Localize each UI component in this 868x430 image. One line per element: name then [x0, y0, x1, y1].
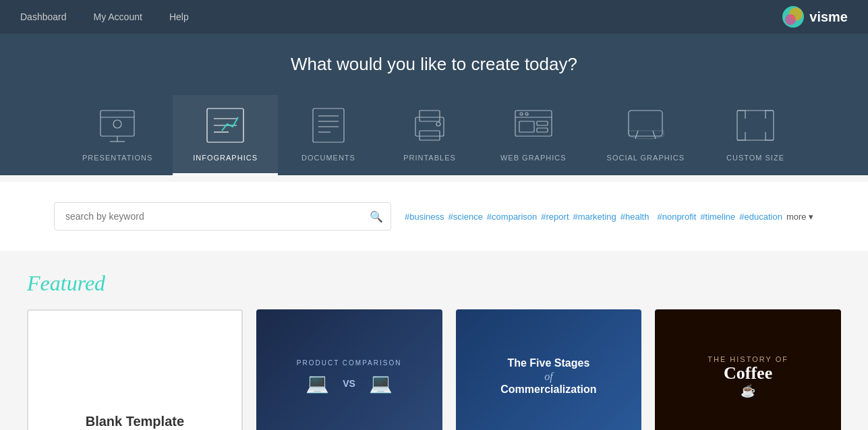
- infographics-icon: [202, 105, 249, 146]
- coffee-card[interactable]: THE HISTORY OF Coffee ☕: [655, 309, 841, 430]
- logo-area: visme: [781, 5, 848, 29]
- social-graphics-label: SOCIAL GRAPHICS: [607, 154, 685, 162]
- coffee-word: Coffee: [707, 363, 788, 383]
- printables-label: PRINTABLES: [403, 154, 456, 162]
- documents-icon: [305, 105, 352, 146]
- tag-marketing[interactable]: #marketing: [573, 212, 616, 222]
- cat-infographics[interactable]: INFOGRAPHICS: [173, 95, 278, 175]
- laptop-icon-left: 💻: [306, 372, 329, 394]
- infographics-label: INFOGRAPHICS: [193, 154, 258, 162]
- category-tabs: PRESENTATIONS INFOGRAPHICS DOCUMENTS: [0, 95, 868, 175]
- five-stages-subtitle: of: [500, 371, 596, 383]
- documents-label: DOCUMENTS: [301, 154, 355, 162]
- more-tags-button[interactable]: more ▾: [786, 212, 813, 222]
- five-stages-title2: Commercialization: [500, 383, 596, 397]
- search-box: 🔍: [54, 202, 391, 231]
- vs-text: VS: [343, 378, 355, 389]
- chevron-down-icon: ▾: [809, 212, 813, 222]
- nav-my-account[interactable]: My Account: [94, 11, 142, 22]
- cat-custom-size[interactable]: CUSTOM SIZE: [705, 95, 806, 175]
- tag-health[interactable]: #health: [620, 212, 649, 222]
- blank-template-label: Blank Template: [86, 414, 184, 429]
- web-graphics-label: WEB GRAPHICS: [500, 154, 567, 162]
- product-card-content: PRODUCT COMPARISON 💻 VS 💻: [256, 309, 442, 430]
- five-stages-content: The Five Stages of Commercialization: [490, 346, 606, 407]
- nav-links: Dashboard My Account Help: [20, 11, 189, 22]
- nav-help[interactable]: Help: [169, 11, 189, 22]
- tag-science[interactable]: #science: [449, 212, 483, 222]
- custom-size-label: CUSTOM SIZE: [726, 154, 784, 162]
- svg-rect-18: [419, 111, 440, 121]
- tags-area: #business #science #comparison #report #…: [405, 210, 814, 222]
- cat-documents[interactable]: DOCUMENTS: [278, 95, 379, 175]
- hero-section: What would you like to create today? PRE…: [0, 34, 868, 175]
- featured-section: Featured Blank Template PRODUCT COMPARIS…: [0, 257, 868, 430]
- search-input[interactable]: [54, 202, 391, 231]
- search-button[interactable]: 🔍: [370, 210, 383, 223]
- hero-title: What would you like to create today?: [0, 54, 868, 75]
- custom-size-icon: [732, 105, 779, 146]
- svg-rect-27: [537, 128, 548, 132]
- tag-report[interactable]: #report: [541, 212, 569, 222]
- nav-dashboard[interactable]: Dashboard: [20, 11, 67, 22]
- cat-web-graphics[interactable]: WEB GRAPHICS: [480, 95, 587, 175]
- featured-title: Featured: [27, 271, 841, 296]
- svg-point-23: [520, 113, 523, 115]
- product-label: PRODUCT COMPARISON: [297, 359, 402, 367]
- header: Dashboard My Account Help visme: [0, 0, 868, 34]
- svg-point-7: [113, 120, 121, 128]
- web-graphics-icon: [510, 105, 557, 146]
- laptop-icon-right: 💻: [369, 372, 393, 394]
- coffee-history-label: THE HISTORY OF: [707, 355, 788, 363]
- presentations-icon: [94, 105, 141, 146]
- tag-education[interactable]: #education: [739, 212, 782, 222]
- laptop-icons: 💻 VS 💻: [306, 372, 393, 394]
- tag-comparison[interactable]: #comparison: [487, 212, 537, 222]
- search-section: 🔍 #business #science #comparison #report…: [0, 182, 868, 251]
- svg-point-20: [436, 122, 440, 126]
- coffee-sub: ☕: [707, 383, 788, 398]
- cat-social-graphics[interactable]: SOCIAL GRAPHICS: [587, 95, 705, 175]
- tag-business[interactable]: #business: [405, 212, 444, 222]
- svg-line-30: [653, 131, 656, 139]
- social-graphics-icon: [622, 105, 669, 146]
- svg-rect-12: [313, 109, 344, 142]
- svg-rect-3: [100, 111, 134, 136]
- product-comparison-card[interactable]: PRODUCT COMPARISON 💻 VS 💻: [256, 309, 442, 430]
- tag-nonprofit[interactable]: #nonprofit: [657, 212, 696, 222]
- five-stages-title: The Five Stages: [500, 357, 596, 371]
- svg-rect-26: [537, 121, 548, 125]
- five-stages-card[interactable]: The Five Stages of Commercialization: [456, 309, 642, 430]
- svg-rect-25: [519, 121, 534, 132]
- svg-rect-31: [737, 111, 774, 140]
- cat-printables[interactable]: PRINTABLES: [379, 95, 480, 175]
- logo-text: visme: [809, 9, 848, 25]
- coffee-content: THE HISTORY OF Coffee ☕: [707, 355, 788, 398]
- tag-timeline[interactable]: #timeline: [700, 212, 735, 222]
- printables-icon: [406, 105, 453, 146]
- svg-point-24: [525, 113, 528, 115]
- visme-logo-icon: [781, 5, 805, 29]
- svg-line-29: [635, 131, 638, 139]
- cat-presentations[interactable]: PRESENTATIONS: [62, 95, 173, 175]
- featured-grid: Blank Template PRODUCT COMPARISON 💻 VS 💻…: [27, 309, 841, 430]
- section-divider: [0, 175, 868, 182]
- svg-rect-28: [629, 111, 662, 136]
- svg-point-2: [785, 14, 796, 25]
- blank-template-card[interactable]: Blank Template: [27, 309, 243, 430]
- presentations-label: PRESENTATIONS: [82, 154, 152, 162]
- svg-rect-19: [419, 131, 440, 140]
